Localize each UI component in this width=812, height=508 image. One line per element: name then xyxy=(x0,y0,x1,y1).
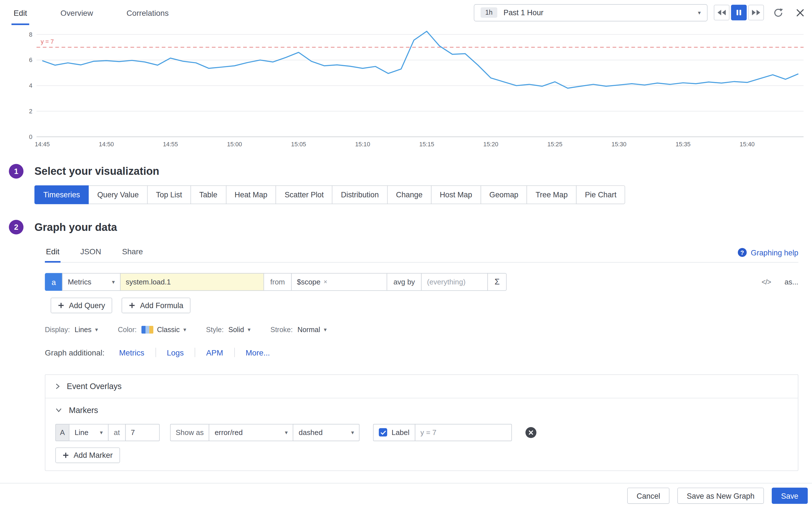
x-axis-tick: 14:55 xyxy=(163,141,178,148)
viz-option-distribution[interactable]: Distribution xyxy=(332,185,388,204)
time-shift-controls xyxy=(714,5,764,20)
delete-marker-button[interactable] xyxy=(525,427,536,438)
viz-option-geomap[interactable]: Geomap xyxy=(480,185,527,204)
markers-toggle[interactable]: Markers xyxy=(45,398,798,422)
save-button[interactable]: Save xyxy=(772,488,808,504)
step-1-header: 1 Select your visualization xyxy=(0,164,812,179)
chevron-down-icon xyxy=(55,407,62,413)
editor-tab-edit[interactable]: Edit xyxy=(45,247,60,262)
y-axis-tick: 4 xyxy=(29,82,32,89)
stroke-dropdown[interactable]: Normal xyxy=(298,326,327,334)
group-by-field[interactable] xyxy=(421,273,488,291)
divider xyxy=(195,348,195,357)
step-2-header: 2 Graph your data xyxy=(0,220,812,235)
chevron-right-icon xyxy=(55,383,60,390)
style-value: Solid xyxy=(228,326,244,334)
marker-value-field[interactable] xyxy=(125,424,160,441)
rewind-button[interactable] xyxy=(714,5,730,20)
viz-option-table[interactable]: Table xyxy=(190,185,226,204)
query-bar: a Metrics system.load.1 from $scope × av… xyxy=(45,273,507,291)
marker-label-input[interactable] xyxy=(420,428,506,437)
marker-value-input[interactable] xyxy=(131,428,153,437)
graphing-help-link[interactable]: ? Graphing help xyxy=(738,248,799,262)
add-query-button[interactable]: Add Query xyxy=(51,298,112,313)
time-range-picker[interactable]: 1h Past 1 Hour xyxy=(474,4,708,21)
markers-title: Markers xyxy=(69,406,98,415)
color-value: Classic xyxy=(157,326,180,334)
metric-name-input[interactable]: system.load.1 xyxy=(120,273,264,291)
x-axis-tick: 15:10 xyxy=(355,141,370,148)
graph-additional-link-apm[interactable]: APM xyxy=(206,348,223,356)
display-dropdown[interactable]: Lines xyxy=(75,326,98,334)
marker-color-value: error/red xyxy=(215,428,242,437)
chevron-down-icon xyxy=(698,10,701,15)
marker-color-dropdown[interactable]: error/red xyxy=(209,424,294,441)
x-axis-tick: 15:05 xyxy=(291,141,306,148)
top-tab-overview[interactable]: Overview xyxy=(60,0,93,25)
pause-button[interactable] xyxy=(731,5,747,20)
save-as-new-graph-button[interactable]: Save as New Graph xyxy=(677,488,764,504)
viz-option-tree-map[interactable]: Tree Map xyxy=(527,185,577,204)
viz-option-query-value[interactable]: Query Value xyxy=(88,185,148,204)
viz-option-host-map[interactable]: Host Map xyxy=(431,185,481,204)
chevron-down-icon xyxy=(247,327,251,332)
y-axis-tick: 8 xyxy=(29,31,32,38)
graph-additional-link-more[interactable]: More... xyxy=(246,348,270,356)
top-tab-edit[interactable]: Edit xyxy=(13,0,27,25)
style-dropdown[interactable]: Solid xyxy=(228,326,251,334)
viz-option-change[interactable]: Change xyxy=(387,185,432,204)
group-by-input[interactable] xyxy=(427,278,482,286)
add-formula-button[interactable]: Add Formula xyxy=(122,298,190,313)
viz-option-top-list[interactable]: Top List xyxy=(147,185,191,204)
stroke-control: Stroke: Normal xyxy=(270,326,327,334)
viz-option-heat-map[interactable]: Heat Map xyxy=(226,185,276,204)
query-right-controls: </> as... xyxy=(762,278,799,286)
chevron-down-icon xyxy=(324,327,326,332)
marker-type-dropdown[interactable]: Line xyxy=(69,424,108,441)
step-2-title: Graph your data xyxy=(34,221,117,233)
marker-line-style-dropdown[interactable]: dashed xyxy=(293,424,360,441)
viz-option-scatter-plot[interactable]: Scatter Plot xyxy=(276,185,333,204)
code-view-icon[interactable]: </> xyxy=(762,278,771,286)
viz-option-timeseries[interactable]: Timeseries xyxy=(34,185,89,204)
graph-additional-link-logs[interactable]: Logs xyxy=(167,348,184,356)
event-overlays-title: Event Overlays xyxy=(67,382,122,391)
step-1-title: Select your visualization xyxy=(34,165,159,177)
series-line-system-load-1 xyxy=(42,31,799,88)
marker-line-label: y = 7 xyxy=(41,38,54,45)
scope-input[interactable]: $scope × xyxy=(291,273,387,291)
top-tabs: EditOverviewCorrelations xyxy=(13,0,169,25)
add-query-label: Add Query xyxy=(69,301,105,310)
event-overlays-toggle[interactable]: Event Overlays xyxy=(45,375,798,398)
chevron-down-icon xyxy=(95,327,98,332)
sigma-button[interactable]: Σ xyxy=(487,273,507,291)
marker-label-checkbox[interactable] xyxy=(379,428,388,437)
top-tab-correlations[interactable]: Correlations xyxy=(127,0,169,25)
forward-button[interactable] xyxy=(748,5,764,20)
color-dropdown[interactable]: Classic xyxy=(141,326,186,334)
editor-tab-share[interactable]: Share xyxy=(121,247,144,262)
editor-tab-json[interactable]: JSON xyxy=(79,247,102,262)
cancel-button[interactable]: Cancel xyxy=(627,488,669,504)
remove-scope-icon[interactable]: × xyxy=(324,278,327,286)
viz-option-pie-chart[interactable]: Pie Chart xyxy=(576,185,625,204)
metric-source-dropdown[interactable]: Metrics xyxy=(62,273,120,291)
graphing-help-label: Graphing help xyxy=(751,248,799,257)
from-label: from xyxy=(263,273,291,291)
marker-label-field[interactable] xyxy=(415,424,512,441)
style-control: Style: Solid xyxy=(206,326,251,334)
marker-label-group: Label xyxy=(373,424,512,441)
add-marker-button[interactable]: Add Marker xyxy=(55,448,120,463)
refresh-button[interactable] xyxy=(770,5,786,20)
marker-type-value: Line xyxy=(75,428,88,437)
graph-additional-link-metrics[interactable]: Metrics xyxy=(119,348,144,356)
marker-letter-badge: A xyxy=(55,424,69,441)
aggregator-dropdown[interactable]: avg by xyxy=(387,273,422,291)
close-button[interactable] xyxy=(792,5,808,20)
as-alias-link[interactable]: as... xyxy=(785,278,799,286)
chevron-down-icon xyxy=(100,429,103,435)
graph-data-section: 2 Graph your data EditJSONShare ? Graphi… xyxy=(0,220,812,471)
graph-additional-label: Graph additional: xyxy=(45,348,104,356)
query-editor: EditJSONShare ? Graphing help a Metrics … xyxy=(45,244,798,471)
question-icon: ? xyxy=(738,248,747,257)
